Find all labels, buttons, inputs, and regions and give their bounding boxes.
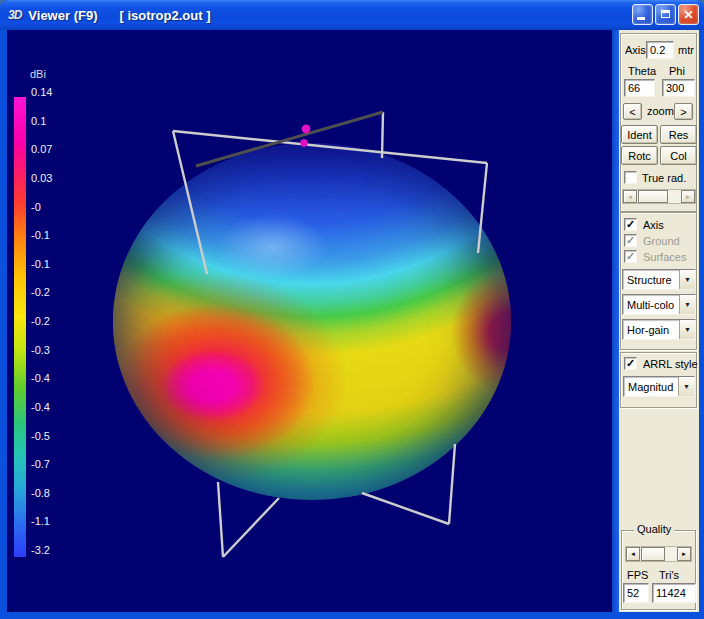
window-title: Viewer (F9) [28, 8, 97, 23]
arrl-style-label: ARRL style [643, 358, 698, 370]
axis-unit-label: mtr [678, 44, 694, 56]
3d-viewport[interactable]: dBi 0.14 0.1 0.07 0.03 -0 -0.1 -0.1 -0.2… [7, 30, 612, 612]
ident-button[interactable]: Ident [621, 125, 658, 144]
zoom-label: zoom [647, 105, 674, 117]
panel-divider [612, 30, 619, 612]
theta-label: Theta [628, 65, 656, 77]
axis-checkbox-label: Axis [643, 219, 664, 231]
surfaces-checkbox-label: Surfaces [643, 251, 686, 263]
scroll-left-icon[interactable]: ◄ [626, 547, 640, 561]
scroll-left-icon[interactable]: ◄ [623, 190, 637, 203]
control-panel: Axis mtr Theta Phi < zoom > Ident Res Ro… [619, 30, 699, 612]
quality-legend: Quality [634, 523, 674, 535]
ground-checkbox-label: Ground [643, 235, 680, 247]
zoom-in-button[interactable]: > [674, 103, 693, 120]
minimize-icon [637, 17, 645, 20]
close-icon: ✕ [679, 5, 698, 24]
view-controls-groupbox [620, 33, 697, 212]
magnitude-dropdown[interactable]: Magnitud ▼ [623, 376, 695, 397]
phi-input[interactable] [662, 79, 695, 97]
maximize-icon [661, 10, 670, 18]
structure-dropdown[interactable]: Structure ▼ [622, 269, 696, 290]
multicolor-dropdown[interactable]: Multi-colo ▼ [622, 294, 696, 315]
rotc-button[interactable]: Rotc [621, 146, 658, 165]
app-3d-icon: 3D [8, 8, 21, 22]
scrollbar-thumb[interactable] [641, 547, 665, 561]
axis-checkbox[interactable]: ✓ [624, 218, 637, 231]
arrl-style-checkbox[interactable]: ✓ [624, 357, 637, 370]
chevron-down-icon[interactable]: ▼ [678, 377, 694, 396]
viewer-window: 3D Viewer (F9) [ isotrop2.out ] ✕ dBi 0.… [0, 0, 704, 619]
true-rad-scrollbar[interactable]: ◄ ► [622, 189, 696, 204]
zoom-out-button[interactable]: < [623, 103, 642, 120]
scroll-right-icon[interactable]: ► [681, 190, 695, 203]
tris-value: 11424 [652, 583, 696, 603]
chevron-down-icon[interactable]: ▼ [679, 320, 695, 339]
chevron-down-icon[interactable]: ▼ [679, 270, 695, 289]
minimize-button[interactable] [632, 4, 653, 25]
axes-wireframe [7, 30, 612, 612]
fps-value: 52 [623, 583, 649, 603]
fps-label: FPS [627, 569, 648, 581]
phi-label: Phi [669, 65, 685, 77]
titlebar[interactable]: 3D Viewer (F9) [ isotrop2.out ] ✕ [0, 0, 704, 30]
axis-length-input[interactable] [646, 41, 674, 59]
res-button[interactable]: Res [660, 125, 697, 144]
theta-input[interactable] [624, 79, 655, 97]
true-rad-label: True rad. [642, 172, 686, 184]
window-filename: [ isotrop2.out ] [119, 8, 210, 23]
col-button[interactable]: Col [660, 146, 697, 165]
scrollbar-thumb[interactable] [638, 190, 668, 203]
close-button[interactable]: ✕ [678, 4, 699, 25]
surfaces-checkbox: ✓ [624, 250, 637, 263]
chevron-down-icon[interactable]: ▼ [679, 295, 695, 314]
quality-scrollbar[interactable]: ◄ ► [625, 546, 692, 562]
maximize-button[interactable] [655, 4, 676, 25]
axis-length-label: Axis [625, 44, 646, 56]
tris-label: Tri's [659, 569, 679, 581]
true-rad-checkbox[interactable] [624, 171, 637, 184]
scroll-right-icon[interactable]: ► [677, 547, 691, 561]
ground-checkbox: ✓ [624, 234, 637, 247]
horgain-dropdown[interactable]: Hor-gain ▼ [622, 319, 696, 340]
